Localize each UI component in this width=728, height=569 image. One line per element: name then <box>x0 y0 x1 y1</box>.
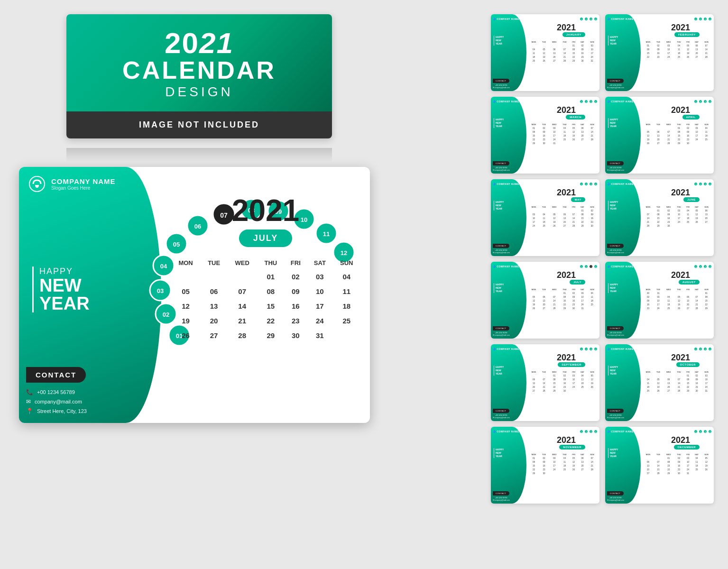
week-1: 01 02 03 04 <box>171 269 360 284</box>
happy-new-year: HAPPY NEW YEAR <box>32 266 90 312</box>
contact-email: ✉ company@mail.com <box>19 397 147 406</box>
company-name-bold: NAME <box>92 177 115 185</box>
thumb-october: 🔷 COMPANY NAME 1 2 3 4 HAPPYNEWYEAR 2021… <box>605 344 714 421</box>
week-3: 12 13 14 15 16 17 18 <box>171 299 360 313</box>
calendar-year: 2021 <box>171 195 360 226</box>
contact-address: 📍 Street Here, City, 123 <box>19 406 147 416</box>
title-card-top: 2021 CALENDAR DESIGN <box>66 14 332 111</box>
contact-title: CONTACT <box>26 367 86 383</box>
email-address: company@mail.com <box>35 399 82 404</box>
title-calendar: CALENDAR <box>85 58 313 83</box>
day-sun: SUN <box>333 257 360 269</box>
thumb-march: 🔷 COMPANY NAME 1 2 3 4 HAPPYNEWYEAR 2021… <box>491 97 599 174</box>
day-thu: THU <box>257 257 284 269</box>
week-5: 26 27 28 29 30 31 <box>171 328 360 343</box>
phone-icon: 📞 <box>26 389 33 395</box>
thumb-april: 🔷 COMPANY NAME 1 2 3 4 HAPPYNEWYEAR 2021… <box>605 97 714 174</box>
contact-phone: 📞 +00 1234 56789 <box>19 387 147 397</box>
year-bold: 21 <box>199 27 234 59</box>
week-2: 05 06 07 08 09 10 11 <box>171 284 360 299</box>
thumb-august: 🔷 COMPANY NAME 1 2 3 4 HAPPYNEWYEAR 2021… <box>605 262 714 339</box>
contact-section: CONTACT 📞 +00 1234 56789 ✉ company@mail.… <box>19 367 147 423</box>
svg-point-0 <box>29 176 45 192</box>
week-4: 19 20 21 22 23 24 25 <box>171 313 360 328</box>
company-slogan: Slogan Goes Here <box>51 185 116 191</box>
day-wed: WED <box>227 257 257 269</box>
image-not-included-text: IMAGE NOT INCLUDED <box>75 120 323 130</box>
calendar-month-badge: JULY <box>239 229 292 247</box>
thumb-february: 🔷 COMPANY NAME 1 2 3 4 HAPPYNEWYEAR 2021… <box>605 14 714 91</box>
title-design: DESIGN <box>85 84 313 100</box>
thumb-july: 🔷 COMPANY NAME 1 2 7 4 HAPPYNEWYEAR 2021… <box>491 262 599 339</box>
day-mon: MON <box>171 257 201 269</box>
thumb-december: 🔷 COMPANY NAME 1 2 3 4 HAPPYNEWYEAR 2021… <box>605 427 714 504</box>
title-year: 2021 <box>85 28 313 58</box>
left-section: 2021 CALENDAR DESIGN IMAGE NOT INCLUDED … <box>19 14 379 423</box>
thumb-january: 🔷 COMPANY NAME 1 2 3 4 HAPPYNEWYEAR 2021… <box>491 14 599 91</box>
day-sat: SAT <box>307 257 332 269</box>
thumb-november: 🔷 COMPANY NAME 1 2 3 4 HAPPYNEWYEAR 2021… <box>491 427 599 504</box>
company-name-light: COMPANY <box>51 177 92 185</box>
calendar-header-row: MON TUE WED THU FRI SAT SUN <box>171 257 360 269</box>
thumb-june: 🔷 COMPANY NAME 1 2 3 4 HAPPYNEWYEAR 2021… <box>605 179 714 256</box>
thumbnail-grid: 🔷 COMPANY NAME 1 2 3 4 HAPPYNEWYEAR 2021… <box>491 14 714 504</box>
email-icon: ✉ <box>26 398 31 405</box>
company-title: COMPANY NAME <box>51 177 116 185</box>
thumb-september: 🔷 COMPANY NAME 1 2 3 4 HAPPYNEWYEAR 2021… <box>491 344 599 421</box>
title-card-bottom: IMAGE NOT INCLUDED <box>66 111 332 138</box>
calendar-grid-area: 2021 JULY MON TUE WED THU FRI SAT SUN <box>171 195 360 343</box>
company-header: COMPANY NAME Slogan Goes Here <box>28 175 116 193</box>
happy-text: HAPPY <box>39 266 90 276</box>
company-name: COMPANY NAME Slogan Goes Here <box>51 177 116 191</box>
phone-number: +00 1234 56789 <box>37 389 75 395</box>
year-text: YEAR <box>39 294 90 312</box>
main-calendar: COMPANY NAME Slogan Goes Here HAPPY NEW … <box>19 167 370 423</box>
day-fri: FRI <box>284 257 307 269</box>
location-icon: 📍 <box>26 408 33 414</box>
new-text: NEW <box>39 276 90 294</box>
svg-text:04: 04 <box>160 263 167 270</box>
title-card: 2021 CALENDAR DESIGN IMAGE NOT INCLUDED <box>66 14 332 138</box>
thumb-may: 🔷 COMPANY NAME 1 2 3 4 HAPPYNEWYEAR 2021… <box>491 179 599 256</box>
street-address: Street Here, City, 123 <box>37 408 87 414</box>
shadow-divider <box>66 148 332 162</box>
calendar-table: MON TUE WED THU FRI SAT SUN 01 <box>171 257 360 343</box>
day-tue: TUE <box>201 257 227 269</box>
svg-text:02: 02 <box>163 311 169 318</box>
company-logo <box>28 175 46 193</box>
